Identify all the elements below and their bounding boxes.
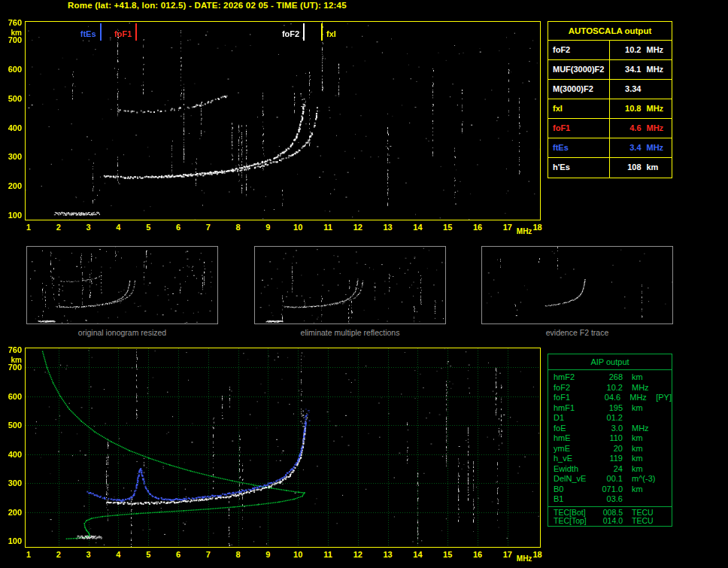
autoscala-table-rows: foF210.2MHzMUF(3000)F234.1MHzM(3000)F23.… [548, 41, 672, 178]
x-axis-tick: 14 [410, 550, 425, 559]
x-axis-tick: 12 [350, 223, 366, 232]
y-axis-tick: 200 [2, 508, 22, 517]
aip-value: 195 [597, 403, 623, 414]
x-axis-tick: 9 [260, 550, 275, 559]
x-axis-tick: 15 [440, 550, 455, 559]
aip-value: 119 [597, 454, 623, 464]
aip-param-label: foF2 [554, 383, 597, 393]
aip-param-label: ymE [554, 444, 597, 454]
x-axis-tick: 5 [141, 550, 156, 559]
x-axis-tick: 5 [141, 223, 156, 232]
aip-unit: km [632, 484, 657, 495]
aip-value: 008.5 [597, 509, 623, 517]
autoscala-value-unit [647, 80, 668, 99]
autoscala-value: 10.8MHz [610, 99, 672, 118]
aip-unit: MHz [632, 383, 657, 393]
autoscala-value-number: 108 [614, 158, 642, 178]
x-axis-tick: 13 [381, 223, 396, 232]
x-axis-tick: 8 [231, 550, 246, 559]
aip-value: 20 [597, 444, 623, 454]
autoscala-output-table: AUTOSCALA output foF210.2MHzMUF(3000)F23… [548, 21, 672, 178]
aip-unit: km [632, 372, 657, 383]
aip-param-label: D1 [554, 413, 597, 424]
autoscala-value-unit: MHz [647, 41, 668, 59]
x-axis-tick: 3 [81, 550, 96, 559]
bottom-ionogram-panel [25, 348, 541, 548]
window-title: Rome (lat: +41.8, lon: 012.5) - DATE: 20… [68, 1, 347, 10]
aip-param-label: Ewidth [554, 464, 597, 475]
x-axis-tick: 18 [530, 550, 545, 559]
aip-row: h_vE119km [548, 454, 672, 464]
aip-row: hmF1195km [548, 403, 672, 414]
aip-param-label: h_vE [554, 454, 597, 464]
top-ionogram-canvas [26, 22, 540, 220]
autoscala-value-unit: km [647, 158, 668, 178]
x-axis-tick: 2 [51, 550, 66, 559]
autoscala-param-label: foF1 [548, 119, 610, 138]
aip-param-label: hmF2 [554, 372, 597, 383]
aip-output-table: AIP output hmF2268kmfoF210.2MHzfoF104.6M… [548, 354, 672, 527]
aip-row: B103.6 [548, 494, 672, 505]
aip-param-label: hmE [554, 433, 597, 444]
thumbnail-evidence-canvas [482, 247, 672, 323]
aip-value: 014.0 [597, 517, 623, 525]
y-axis-tick: 600 [2, 392, 22, 401]
aip-row: ymE20km [548, 444, 672, 454]
autoscala-row: M(3000)F23.34 [548, 80, 672, 99]
aip-param-label: hmF1 [554, 403, 597, 414]
aip-value: 110 [597, 433, 623, 444]
autoscala-param-label: h'Es [548, 158, 610, 178]
autoscala-row: h'Es108km [548, 158, 672, 178]
x-axis-tick: 14 [410, 223, 425, 232]
aip-row: B0071.0km [548, 484, 672, 495]
y-axis-tick: 760 [2, 18, 22, 27]
x-axis-tick: 17 [500, 550, 515, 559]
aip-param-label: TEC[Top] [554, 517, 597, 525]
autoscala-app-window: Rome (lat: +41.8, lon: 012.5) - DATE: 20… [0, 0, 728, 568]
x-axis-tick: 6 [171, 550, 186, 559]
x-axis-tick: 16 [470, 550, 485, 559]
aip-value: 268 [597, 372, 623, 383]
x-axis-tick: 15 [440, 223, 455, 232]
autoscala-value: 108km [610, 158, 672, 178]
x-axis-tick: 1 [21, 223, 36, 232]
autoscala-param-label: fxI [548, 99, 610, 118]
autoscala-row: ftEs3.4MHz [548, 138, 672, 158]
autoscala-param-label: MUF(3000)F2 [548, 60, 610, 79]
aip-value: 01.2 [597, 413, 623, 424]
bottom-ionogram-canvas [26, 348, 540, 547]
fof2-marker-line [303, 23, 305, 41]
aip-unit: km [632, 444, 657, 454]
fxi-marker-label: fxI [326, 29, 336, 38]
y-axis-tick: 760 [2, 345, 22, 354]
autoscala-row: MUF(3000)F234.1MHz [548, 60, 672, 80]
aip-table-rows: hmF2268kmfoF210.2MHzfoF104.6MHz[PY]hmF11… [548, 370, 672, 506]
x-axis-tick: 7 [201, 223, 216, 232]
aip-param-label: B1 [554, 494, 597, 505]
aip-unit: km [632, 454, 657, 464]
aip-unit: MHz [629, 393, 654, 403]
autoscala-value-number: 3.34 [614, 80, 642, 99]
aip-value: 03.6 [597, 494, 623, 505]
x-axis-tick: 4 [111, 223, 126, 232]
aip-row: TEC[Bot]008.5TECU [548, 509, 672, 517]
autoscala-row: fxI10.8MHz [548, 99, 672, 119]
autoscala-value: 3.4MHz [610, 138, 672, 157]
fxi-marker-line [321, 23, 323, 41]
aip-row: hmE110km [548, 433, 672, 444]
y-axis-tick: 100 [2, 536, 22, 545]
autoscala-value-unit: MHz [647, 60, 668, 79]
aip-unit: m^(-3) [632, 474, 657, 484]
aip-note: [PY] [656, 393, 672, 403]
autoscala-param-label: ftEs [548, 138, 610, 157]
x-axis-tick: 18 [530, 223, 545, 232]
aip-param-label: DelN_vE [554, 474, 597, 484]
aip-row: foF210.2MHz [548, 383, 672, 393]
x-axis-tick: 8 [231, 223, 246, 232]
thumbnail-caption-original: original ionogram resized [26, 328, 218, 337]
y-axis-tick: 300 [2, 478, 22, 488]
thumbnail-caption-eliminate: eliminate multiple reflections [254, 328, 446, 337]
x-axis-tick: 9 [260, 223, 275, 232]
aip-unit: km [632, 403, 657, 414]
fof1-marker-line [135, 23, 137, 41]
